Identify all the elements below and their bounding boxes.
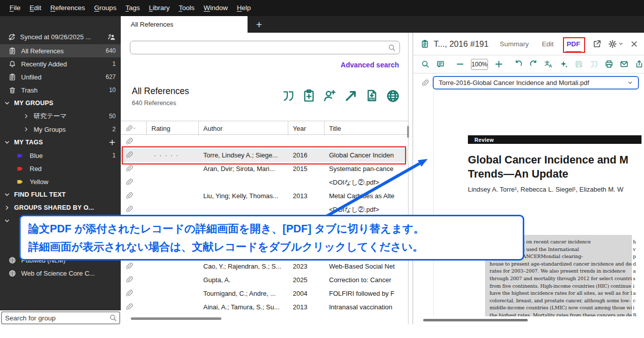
open-in-new-window-icon[interactable]	[593, 40, 601, 48]
menu-tools[interactable]: Tools	[174, 0, 199, 16]
margin-text-fragment: v	[633, 246, 636, 254]
pdf-download-icon[interactable]: PDF	[365, 89, 378, 102]
menu-references[interactable]: References	[46, 0, 90, 16]
sidebar-item-label: FIND FULL TEXT	[14, 191, 66, 198]
list-horizontal-scrollbar[interactable]	[131, 317, 221, 320]
menu-edit[interactable]: Edit	[25, 0, 46, 16]
sidebar-item-item[interactable]: 研究テーマ50	[0, 110, 121, 123]
table-row-cao[interactable]: Cao, Y.; Rajendran, S.; S...2023Web-Base…	[121, 260, 409, 273]
column-year[interactable]: Year	[288, 121, 325, 135]
sidebar-item-my-groups[interactable]: MY GROUPS	[0, 97, 121, 110]
sync-status-label: Synced at 09/26/2025 ...	[20, 33, 108, 41]
person-plus-icon[interactable]	[323, 89, 336, 102]
pdf-horizontal-scrollbar[interactable]	[423, 319, 528, 321]
sidebar-item-blue[interactable]: Blue1	[0, 149, 121, 162]
margin-text-fragment: a	[633, 268, 636, 275]
zoom-level-box[interactable]: 100%	[471, 59, 488, 70]
add-tag-icon[interactable]	[109, 139, 116, 146]
attachment-cell	[121, 205, 147, 214]
chevron-right-icon[interactable]	[23, 126, 29, 132]
sidebar-item-web-of-science-core-c[interactable]: Web of Science Core C...	[0, 267, 121, 280]
chevron-down-icon[interactable]	[4, 192, 10, 198]
clipboard-plus-icon[interactable]	[302, 89, 315, 102]
tab-edit[interactable]: Edit	[542, 40, 553, 48]
item-count-badge: 10	[109, 87, 116, 94]
chevron-down-icon[interactable]	[618, 41, 623, 46]
tab-all-references[interactable]: All References	[121, 16, 248, 33]
tag-icon	[17, 152, 24, 159]
sparkle-icon[interactable]	[559, 60, 568, 68]
sidebar-item-label: Unfiled	[21, 73, 41, 81]
table-row-tournigand[interactable]: Tournigand, C.; Andre, ...2004FOLFIRI fo…	[121, 287, 409, 300]
author-cell: Liu, Ying; Kelly, Thomas...	[199, 192, 288, 200]
year-cell: 2025	[288, 276, 325, 284]
svg-text:PDF: PDF	[370, 98, 374, 101]
abstract-line: from five continents. High-income countr…	[490, 283, 627, 290]
sidebar-item-my-tags[interactable]: MY TAGS	[0, 136, 121, 149]
sidebar-item-find-full-text[interactable]: FIND FULL TEXT	[0, 188, 121, 201]
abstract-line: rates for 2003–2007. We also present tre…	[490, 268, 627, 275]
minus-icon[interactable]	[456, 60, 464, 68]
title-cell: Intranasal vaccination	[325, 303, 409, 311]
quote-icon[interactable]	[590, 60, 598, 68]
chevron-down-icon[interactable]	[4, 139, 10, 145]
menu-file[interactable]: File	[5, 0, 25, 16]
menu-help[interactable]: Help	[232, 0, 256, 16]
quote-icon[interactable]	[282, 89, 295, 102]
chevron-right-icon[interactable]	[23, 113, 29, 119]
sidebar-item-all-references[interactable]: All References640	[0, 44, 121, 57]
column-author[interactable]: Author	[199, 121, 288, 135]
chevron-down-icon[interactable]	[4, 100, 10, 106]
abstract-line: through 2007 and mortality through 2012 …	[490, 275, 627, 283]
close-panel-icon[interactable]	[630, 40, 638, 48]
translate-icon[interactable]: 文A	[544, 60, 553, 68]
paperclip-icon	[125, 289, 133, 297]
pdf-viewer[interactable]: Review Global Cancer Incidence and M Tre…	[413, 92, 644, 316]
sidebar-item-groups-shared-by-o[interactable]: GROUPS SHARED BY O...	[0, 201, 121, 214]
list-toolbar: PDF	[282, 89, 400, 103]
attachment-dropdown[interactable]: Torre-2016-Global Cancer Incidence and M…	[433, 76, 639, 90]
table-row-gupta[interactable]: Gupta, A.2025Correction to: Cancer	[121, 273, 409, 287]
menu-groups[interactable]: Groups	[90, 0, 121, 16]
column-attachment[interactable]	[121, 121, 147, 135]
share-arrow-icon[interactable]	[344, 89, 358, 103]
sidebar-item-unfiled[interactable]: Unfiled627	[0, 70, 121, 83]
envelope-icon[interactable]	[620, 60, 628, 68]
chevron-down-icon[interactable]	[4, 218, 10, 224]
advanced-search-link[interactable]: Advanced search	[341, 61, 399, 69]
tab-summary[interactable]: Summary	[500, 40, 529, 48]
sidebar-item-recently-added[interactable]: Recently Added1	[0, 57, 121, 70]
list-vertical-scrollbar[interactable]	[407, 126, 409, 138]
comment-icon[interactable]	[436, 60, 445, 68]
sidebar-item-red[interactable]: Red	[0, 162, 121, 175]
magnifier-icon[interactable]	[421, 60, 430, 68]
globe-icon[interactable]	[386, 89, 400, 103]
chevron-right-icon[interactable]	[4, 205, 10, 211]
plus-icon[interactable]	[495, 60, 503, 68]
people-icon[interactable]	[108, 33, 116, 41]
menu-tags[interactable]: Tags	[121, 0, 144, 16]
printer-icon[interactable]	[605, 60, 613, 68]
group-search-input[interactable]: Search for group	[1, 311, 120, 324]
sidebar-item-yellow[interactable]: Yellow	[0, 175, 121, 188]
table-row-ainai[interactable]: Ainai, A.; Tamura, S.; Su...2013Intranas…	[121, 300, 409, 314]
library-search-input[interactable]	[130, 41, 400, 54]
margin-text-fragment: s	[633, 275, 636, 283]
menu-library[interactable]: Library	[144, 0, 174, 16]
column-title[interactable]: Title	[325, 121, 409, 135]
export-icon[interactable]	[635, 60, 643, 68]
new-tab-button[interactable]: +	[251, 16, 268, 33]
search-icon	[388, 44, 396, 52]
record-icon	[421, 40, 429, 48]
column-rating[interactable]: Rating	[147, 121, 199, 135]
paperclip-icon	[125, 178, 133, 186]
redo-icon[interactable]	[529, 60, 538, 68]
sync-status[interactable]: Synced at 09/26/2025 ...	[0, 29, 121, 44]
undo-icon[interactable]	[514, 60, 523, 68]
menu-window[interactable]: Window	[199, 0, 232, 16]
sidebar-item-trash[interactable]: Trash10	[0, 83, 121, 97]
gear-icon[interactable]	[608, 40, 617, 48]
paperclip-icon	[421, 79, 429, 87]
sidebar-item-my-groups[interactable]: My Groups2	[0, 123, 121, 136]
save-icon[interactable]	[575, 60, 583, 68]
